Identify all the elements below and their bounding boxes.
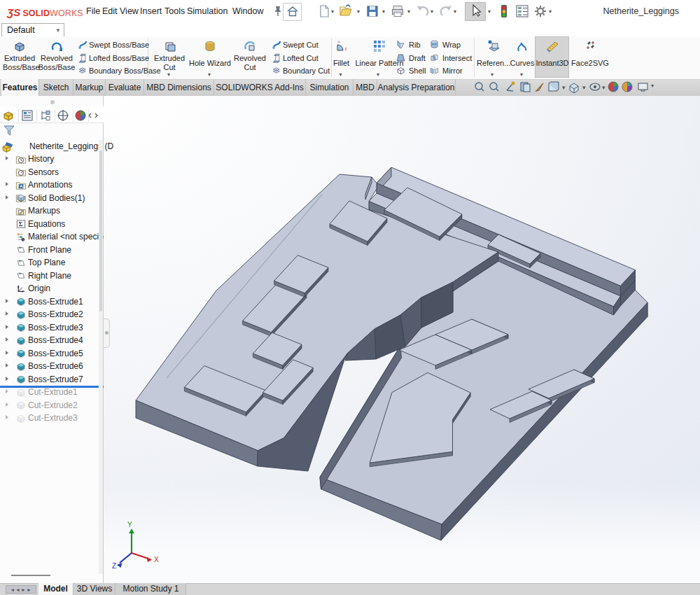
svg-text:Y: Y (127, 521, 132, 528)
svg-text:X: X (154, 556, 159, 564)
svg-text:▾: ▾ (602, 84, 606, 91)
svg-text:▾: ▾ (582, 84, 586, 91)
svg-text:Z: Z (112, 562, 116, 570)
svg-text:A: A (20, 183, 23, 188)
svg-text:▾: ▾ (562, 84, 566, 91)
svg-text:Σ: Σ (19, 220, 23, 227)
